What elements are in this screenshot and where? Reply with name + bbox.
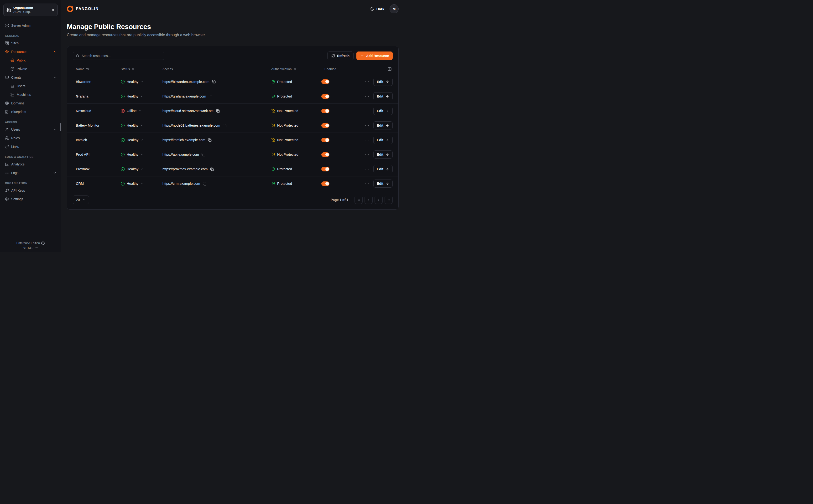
sidebar-scrollbar-thumb[interactable] [60, 123, 61, 131]
page-header: Manage Public Resources Create and manag… [67, 23, 398, 37]
sidebar-item-label: Domains [11, 101, 24, 105]
arrow-right-icon [385, 109, 389, 113]
sidebar-item-clients[interactable]: Clients [3, 74, 58, 81]
enabled-toggle[interactable] [321, 79, 329, 84]
row-menu-button[interactable] [364, 181, 370, 187]
copy-icon[interactable] [208, 138, 212, 142]
enabled-toggle[interactable] [321, 94, 329, 99]
brand-name: PANGOLIN [76, 7, 98, 11]
copy-icon[interactable] [209, 95, 212, 98]
status-dropdown[interactable]: Healthy [121, 182, 143, 186]
add-resource-button[interactable]: Add Resource [356, 51, 393, 60]
edit-button[interactable]: Edit [373, 136, 393, 144]
users-icon [5, 136, 9, 140]
column-header-status[interactable]: Status [118, 67, 159, 71]
last-page-button[interactable] [384, 196, 393, 204]
sidebar-item-links[interactable]: Links [3, 143, 58, 150]
copy-icon[interactable] [203, 182, 206, 185]
arrow-right-icon [385, 167, 389, 171]
resource-name: Battery Monitor [73, 123, 118, 127]
first-page-button[interactable] [354, 196, 362, 204]
server-icon [10, 93, 14, 97]
status-dropdown[interactable]: Healthy [121, 94, 143, 98]
row-menu-button[interactable] [364, 79, 370, 85]
edit-button[interactable]: Edit [373, 92, 393, 100]
status-dropdown[interactable]: Healthy [121, 153, 143, 157]
edit-button[interactable]: Edit [373, 121, 393, 129]
sidebar-item-domains[interactable]: Domains [3, 100, 58, 107]
table-row: Battery Monitor Healthy https://node01.b… [67, 118, 398, 133]
status-dropdown[interactable]: Healthy [121, 123, 143, 128]
refresh-button[interactable]: Refresh [327, 51, 353, 60]
sidebar-item-settings[interactable]: Settings [3, 195, 58, 203]
chevron-down-icon [83, 198, 86, 201]
sidebar-item-sites[interactable]: Sites [3, 40, 58, 47]
receipt-icon [5, 110, 9, 114]
monitor-up-icon [5, 76, 9, 79]
copy-icon[interactable] [201, 153, 205, 156]
row-menu-button[interactable] [364, 108, 370, 114]
next-page-button[interactable] [374, 196, 382, 204]
page-size-select[interactable]: 20 [73, 195, 89, 204]
columns-toggle-button[interactable] [387, 66, 393, 72]
ellipsis-icon [365, 123, 369, 128]
sidebar-item-client-users[interactable]: Users [10, 82, 58, 90]
previous-page-button[interactable] [364, 196, 372, 204]
github-icon[interactable] [41, 242, 45, 245]
status-dropdown[interactable]: Healthy [121, 80, 143, 84]
edit-button[interactable]: Edit [373, 107, 393, 115]
version-label: v1.13.0 [23, 246, 33, 250]
sidebar-item-machines[interactable]: Machines [10, 91, 58, 98]
copy-icon[interactable] [216, 109, 220, 113]
enabled-toggle[interactable] [321, 109, 329, 113]
table-row: Immich Healthy https://immich.example.co… [67, 133, 398, 147]
column-header-authentication[interactable]: Authentication [268, 67, 321, 71]
sidebar-footer: Enterprise Edition v1.13.0 [0, 240, 61, 250]
row-menu-button[interactable] [364, 166, 370, 172]
edit-button[interactable]: Edit [373, 78, 393, 86]
sort-icon[interactable] [293, 67, 296, 71]
org-selector[interactable]: Organization ACME Corp. [3, 4, 58, 16]
sidebar-item-blueprints[interactable]: Blueprints [3, 108, 58, 115]
column-header-name[interactable]: Name [73, 67, 118, 71]
sidebar-item-api-keys[interactable]: API Keys [3, 187, 58, 194]
enabled-toggle[interactable] [321, 152, 329, 157]
avatar[interactable]: M [389, 4, 398, 13]
enabled-toggle[interactable] [321, 138, 329, 142]
auth-status: Protected [277, 167, 292, 171]
enabled-toggle[interactable] [321, 167, 329, 171]
sidebar-item-public[interactable]: Public [10, 57, 58, 64]
sidebar-item-users[interactable]: Users [3, 126, 58, 133]
enabled-toggle[interactable] [321, 181, 329, 186]
copy-icon[interactable] [210, 167, 214, 171]
edit-button[interactable]: Edit [373, 165, 393, 173]
edit-button[interactable]: Edit [373, 150, 393, 159]
row-menu-button[interactable] [364, 152, 370, 158]
sidebar-item-analytics[interactable]: Analytics [3, 161, 58, 168]
edit-button[interactable]: Edit [373, 180, 393, 188]
sidebar-item-logs[interactable]: Logs [3, 169, 58, 176]
top-right-controls: Dark M [370, 4, 398, 13]
arrow-right-icon [385, 153, 389, 156]
search-input[interactable] [82, 54, 161, 58]
copy-icon[interactable] [223, 124, 226, 127]
row-menu-button[interactable] [364, 137, 370, 143]
sort-icon[interactable] [86, 67, 89, 71]
enabled-toggle[interactable] [321, 123, 329, 128]
row-menu-button[interactable] [364, 93, 370, 99]
theme-toggle-button[interactable]: Dark [370, 7, 384, 11]
sidebar-item-roles[interactable]: Roles [3, 134, 58, 142]
sidebar-item-resources[interactable]: Resources [3, 48, 58, 55]
sidebar-item-private[interactable]: Private [10, 65, 58, 72]
row-menu-button[interactable] [364, 123, 370, 129]
theme-label: Dark [376, 7, 384, 11]
copy-icon[interactable] [212, 80, 216, 83]
sort-icon[interactable] [131, 67, 134, 71]
chevron-right-icon [377, 198, 380, 202]
moon-icon [370, 7, 374, 11]
status-dropdown[interactable]: Offline [121, 109, 141, 113]
status-dropdown[interactable]: Healthy [121, 138, 143, 142]
sidebar-item-server-admin[interactable]: Server Admin [3, 22, 58, 29]
external-link-icon[interactable] [35, 247, 38, 249]
status-dropdown[interactable]: Healthy [121, 167, 143, 171]
